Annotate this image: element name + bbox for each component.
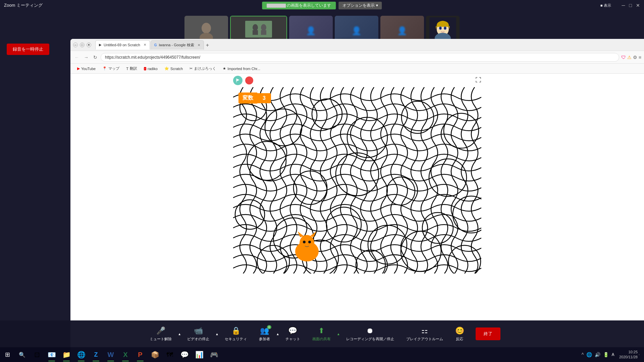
show-desktop[interactable] [639, 354, 641, 355]
svg-point-42 [303, 241, 306, 243]
browser-window: ─ □ ✕ ▶ Untitled-69 on Scratch ✕ G iwann… [70, 39, 644, 362]
bookmark-maps-label: マップ [108, 66, 119, 71]
taskbar-zoom[interactable]: Z [89, 347, 103, 362]
svg-point-6 [261, 24, 266, 31]
makepuroku-icon: ✂ [190, 66, 193, 71]
mute-toggle-button[interactable]: 🎤 ミュート解除 [144, 324, 178, 344]
bookmark-imported-label: Imported from Chr... [227, 67, 260, 71]
imported-icon: ★ [223, 66, 226, 71]
reactions-label: 反応 [456, 337, 463, 342]
address-bar[interactable] [101, 53, 619, 62]
zoom-options-button[interactable]: オプションを表示 ▾ [338, 2, 382, 9]
bookmark-translate[interactable]: T 翻訳 [123, 65, 140, 72]
browser-tab-google[interactable]: G iwanna - Google 検索 ✕ [151, 40, 204, 50]
tray-chevron[interactable]: ^ [581, 351, 585, 358]
tray-volume[interactable]: 🔊 [594, 351, 601, 358]
back-button[interactable]: ← [73, 54, 80, 61]
system-clock[interactable]: 10:25 2020/11/28 [619, 350, 638, 360]
taskbar-word[interactable]: W [103, 347, 118, 362]
breakout-button[interactable]: ⚏ ブレイクアウトルーム [400, 324, 449, 344]
scratch-green-flag[interactable] [233, 76, 243, 85]
breakout-icon: ⚏ [421, 326, 428, 335]
tab-scratch-close[interactable]: ✕ [144, 43, 146, 47]
tray-battery[interactable]: 🔋 [602, 351, 609, 358]
tray-imejp[interactable]: A [611, 352, 615, 358]
warning-icon: ⚠ [627, 55, 632, 60]
maximize-button[interactable]: □ [629, 3, 632, 8]
chat-button[interactable]: 💬 チャット [279, 324, 306, 344]
start-button[interactable]: ⊞ [0, 347, 15, 362]
browser-minimize[interactable]: ─ [73, 43, 78, 47]
search-button[interactable]: 🔍 [15, 347, 30, 362]
taskbar-calc[interactable]: 📊 [192, 347, 207, 362]
bookmark-makepuroku[interactable]: ✂ まけぷろっく [187, 65, 219, 72]
record-button[interactable]: ⏺ レコーディングを再開／停止 [340, 324, 400, 344]
taskbar-apps2[interactable]: 📦 [148, 347, 162, 362]
scratch-art-svg [233, 87, 481, 274]
video-arrow[interactable]: ▲ [215, 332, 219, 336]
bookmark-youtube[interactable]: ▶ YouTube [74, 66, 98, 71]
scratch-canvas[interactable]: 変数 3 [233, 87, 481, 274]
reactions-button[interactable]: 😊 反応 [449, 324, 470, 344]
minimize-button[interactable]: ─ [622, 3, 625, 8]
svg-point-43 [308, 241, 311, 243]
hamburger-icon[interactable]: ≡ [639, 55, 641, 60]
video-toggle-button[interactable]: 📹 ビデオの停止 [181, 324, 215, 344]
record-label: レコーディングを再開／停止 [346, 337, 394, 342]
zoom-share-banner: ████████ の画面を表示しています [262, 2, 336, 9]
translate-icon: T [126, 67, 128, 71]
browser-tab-scratch[interactable]: ▶ Untitled-69 on Scratch ✕ [95, 40, 150, 50]
share-text-blur: ████████ [267, 4, 286, 7]
share-screen-button[interactable]: ⬆ 画面の共有 [306, 324, 337, 344]
scratch-stop[interactable] [245, 76, 253, 84]
taskbar-game[interactable]: 🎮 [207, 347, 221, 362]
settings-icon[interactable]: ⚙ [633, 55, 637, 60]
forward-button[interactable]: → [83, 54, 90, 61]
taskbar-line[interactable]: 💬 [177, 347, 192, 362]
reactions-icon: 😊 [455, 326, 464, 335]
browser-maximize[interactable]: □ [80, 43, 85, 47]
youtube-icon: ▶ [77, 66, 80, 71]
radiko-icon: r [144, 67, 146, 70]
taskbar-powerpoint[interactable]: P [133, 347, 148, 362]
tab-scratch-label: Untitled-69 on Scratch [104, 43, 140, 47]
close-button[interactable]: ✕ [636, 3, 640, 8]
recording-pause-button[interactable]: 録音を一時停止 [7, 44, 49, 55]
bookmark-radiko[interactable]: r radiko [141, 66, 160, 71]
taskbar-explorer[interactable]: 📁 [59, 347, 74, 362]
zoom-bottom-toolbar: 🎤 ミュート解除 ▲ 📹 ビデオの停止 ▲ 🔒 セキュリティ 👥 6 参加者 ▲… [0, 320, 644, 347]
end-meeting-button[interactable]: 終了 [476, 327, 500, 340]
taskbar-mail[interactable]: 📧 [44, 347, 59, 362]
bookmark-scratch[interactable]: ⭐ Scratch [162, 66, 185, 71]
tab-google-close[interactable]: ✕ [198, 43, 200, 47]
share-arrow[interactable]: ▲ [337, 332, 340, 336]
taskbar-maps[interactable]: 🗺 [162, 347, 177, 362]
scratch-fullscreen[interactable] [475, 77, 481, 84]
window-controls: ■ 表示 ─ □ ✕ [600, 3, 640, 8]
bookmark-maps[interactable]: 📍 マップ [100, 65, 122, 72]
security-label: セキュリティ [225, 337, 247, 342]
new-tab-button[interactable]: + [205, 41, 210, 50]
taskview-button[interactable]: ⊡ [30, 347, 44, 362]
reload-button[interactable]: ↻ [92, 54, 99, 61]
participants-button[interactable]: 👥 6 参加者 [253, 324, 276, 344]
tray-network[interactable]: 🌐 [586, 351, 593, 358]
svg-rect-7 [261, 30, 266, 35]
svg-point-14 [444, 27, 446, 29]
taskbar-edge[interactable]: 🌐 [74, 347, 89, 362]
show-button[interactable]: ■ 表示 [600, 3, 611, 8]
scratch-icon: ⭐ [164, 66, 169, 71]
mute-label: ミュート解除 [150, 337, 172, 342]
security-button[interactable]: 🔒 セキュリティ [219, 324, 253, 344]
svg-rect-5 [253, 30, 258, 35]
participants-arrow[interactable]: ▲ [276, 332, 279, 336]
svg-point-4 [253, 24, 258, 31]
bookmark-imported[interactable]: ★ Imported from Chr... [220, 66, 263, 71]
mute-arrow[interactable]: ▲ [178, 332, 181, 336]
taskbar-excel[interactable]: X [118, 347, 133, 362]
brave-shield-icon: 🛡 [621, 55, 626, 60]
zoom-titlebar: Zoom ミーティング ████████ の画面を表示しています オプションを表… [0, 0, 644, 11]
browser-titlebar: ─ □ ✕ ▶ Untitled-69 on Scratch ✕ G iwann… [70, 39, 644, 51]
browser-close[interactable]: ✕ [87, 43, 91, 47]
bookmarks-bar: ▶ YouTube 📍 マップ T 翻訳 r radiko ⭐ Scratch … [70, 64, 644, 74]
